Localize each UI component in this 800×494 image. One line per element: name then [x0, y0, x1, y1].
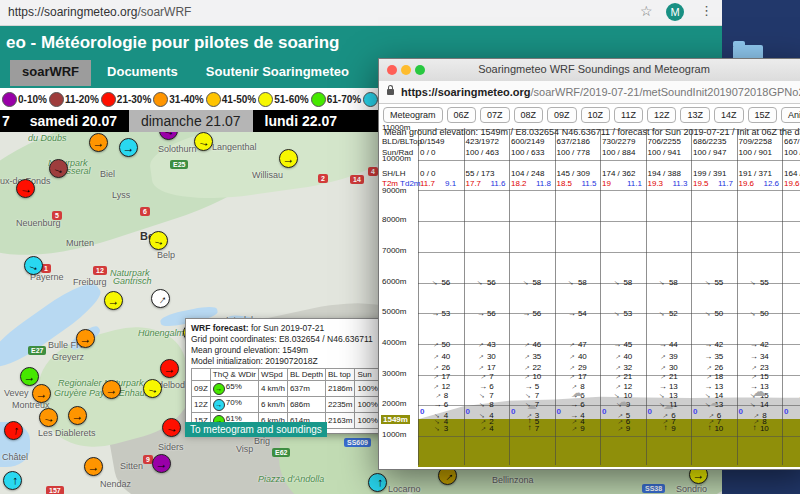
column-line: [737, 129, 738, 465]
thermal-marker[interactable]: →: [32, 384, 51, 403]
map-label: Regionaler Naturpark: [58, 378, 144, 388]
map-label: Brig: [254, 436, 270, 446]
forecast-table-cell: →65%: [210, 381, 258, 397]
day-tab[interactable]: dimanche 21.07: [129, 110, 253, 132]
wind-cell: → 50: [704, 309, 723, 318]
thermal-marker[interactable]: →: [152, 454, 171, 473]
meteogram-link[interactable]: To meteogram and soundings: [185, 422, 327, 437]
thermal-marker[interactable]: →: [104, 291, 123, 310]
forecast-table: ThQ & WDirWSpdBL DepthBL topSun09Z→65%4 …: [191, 368, 381, 429]
wind-cell: → 21: [613, 372, 632, 381]
wind-cell: → 53: [613, 309, 632, 318]
grid-line-10000m: [418, 160, 800, 161]
map-label: Solothurn: [158, 144, 197, 154]
thermal-marker[interactable]: →: [24, 256, 43, 275]
wind-direction-arrow-icon: →: [24, 371, 36, 383]
thermal-marker[interactable]: →: [102, 380, 121, 399]
wind-cell: → 50: [750, 309, 769, 318]
address-bar[interactable]: https://soaringmeteo.org/soarWRF: [8, 5, 191, 19]
map-label: du Doubs: [28, 133, 67, 143]
thermal-marker[interactable]: →: [76, 329, 95, 348]
cloud-icon: ☁: [752, 383, 766, 399]
wind-cell: → 39: [659, 352, 678, 361]
wind-cell: → 58: [568, 278, 587, 287]
nav-tab-soutenir-soaringmeteo[interactable]: Soutenir Soaringmeteo: [194, 60, 361, 86]
wind-cell: → 35: [704, 352, 723, 361]
wind-cell: → 58: [659, 278, 678, 287]
wind-cell: → 9: [570, 424, 585, 433]
cell-sh-lh: 194 / 388: [648, 169, 681, 178]
ground-area: [418, 419, 800, 467]
cell-td2m: 11.3: [673, 179, 688, 188]
road-badge: 12: [93, 266, 107, 275]
forecast-table-row: 09Z→65%4 km/h637m2186m100%: [192, 381, 381, 397]
legend-item: 61-70%: [311, 92, 361, 107]
thermal-marker[interactable]: →: [119, 138, 138, 157]
map-label: Belp: [157, 250, 175, 260]
thermal-marker[interactable]: →: [16, 179, 35, 198]
wind-direction-arrow-icon: →: [106, 384, 118, 396]
thermal-marker[interactable]: →: [149, 231, 168, 250]
day-tab[interactable]: samedi 20.07: [18, 110, 129, 132]
rain-value: 0: [784, 407, 788, 416]
thermal-marker[interactable]: →: [20, 367, 39, 386]
thermal-marker[interactable]: →: [3, 471, 22, 490]
popup-init: Model initialization: 2019072018Z: [191, 356, 393, 366]
thermal-marker[interactable]: →: [279, 149, 298, 168]
forecast-table-cell: 2163m: [325, 413, 354, 429]
thermal-marker[interactable]: →: [162, 418, 181, 437]
wind-direction-arrow-icon: →: [72, 410, 84, 422]
wind-cell: → 34: [750, 352, 769, 361]
thermal-marker[interactable]: →: [84, 457, 103, 476]
cell-sun-rad: 100 / 901: [739, 148, 772, 157]
wind-cell: → 56: [522, 309, 541, 318]
compass-marker[interactable]: →: [151, 289, 170, 308]
thermal-marker[interactable]: →: [89, 133, 108, 152]
wind-cell: → 14: [750, 400, 769, 409]
wind-direction-arrow-icon: →: [26, 258, 41, 273]
wind-direction-arrow-icon: →: [108, 295, 120, 307]
day-tab[interactable]: 7: [0, 110, 18, 132]
cell-td2m: 12.6: [764, 179, 780, 188]
thermal-marker[interactable]: →: [68, 406, 87, 425]
wind-cell: → 7: [479, 372, 494, 381]
cell-td2m: 11.1: [627, 179, 642, 188]
profile-avatar[interactable]: M: [666, 3, 684, 21]
wind-cell: → 53: [431, 309, 450, 318]
cell-bld-bltop: 600/2149: [511, 137, 544, 146]
day-tab[interactable]: lundi 22.07: [253, 110, 349, 132]
wind-cell: → 10: [704, 424, 723, 433]
column-line: [782, 129, 783, 465]
thermal-marker[interactable]: →: [4, 421, 23, 440]
rain-value: 0: [602, 407, 606, 416]
row-label-sh-lh: SH/LH: [382, 169, 406, 178]
map-label: Langenthal: [212, 142, 257, 152]
nav-tab-soarwrf[interactable]: soarWRF: [10, 60, 91, 86]
wind-direction-arrow-icon: →: [80, 333, 92, 345]
cell-sh-lh: 191 / 371: [739, 169, 772, 178]
bookmark-star-icon[interactable]: ☆: [640, 3, 653, 19]
cell-t2m: 11.7: [420, 179, 435, 188]
thermal-marker[interactable]: →: [143, 379, 162, 398]
road-badge: 157: [46, 486, 64, 494]
thermal-marker[interactable]: →: [368, 473, 387, 492]
rain-value: 0: [739, 407, 743, 416]
forecast-table-cell: 6 km/h: [258, 397, 287, 413]
thermal-marker[interactable]: →: [39, 408, 58, 427]
wind-direction-arrow-icon: →: [7, 424, 21, 438]
thermal-marker[interactable]: →: [160, 359, 179, 378]
thermal-marker[interactable]: →: [194, 132, 213, 151]
wind-cell: → 43: [477, 340, 496, 349]
nav-tab-documents[interactable]: Documents: [95, 60, 190, 86]
legend-color-dot: [101, 92, 116, 107]
browser-menu-icon[interactable]: ⋮: [700, 3, 713, 18]
cell-td2m: 11.5: [582, 179, 597, 188]
rain-value: 0: [420, 407, 424, 416]
thermal-marker[interactable]: →: [49, 159, 68, 178]
altitude-label-8000m: 8000m: [382, 215, 418, 224]
wind-cell: → 40: [431, 352, 450, 361]
site-nav: soarWRFDocumentsSoutenir Soaringmeteo: [10, 60, 361, 86]
wind-cell: → 4: [479, 424, 494, 433]
road-badge: SS38: [642, 484, 665, 493]
cloud-icon: ☁: [572, 387, 582, 398]
